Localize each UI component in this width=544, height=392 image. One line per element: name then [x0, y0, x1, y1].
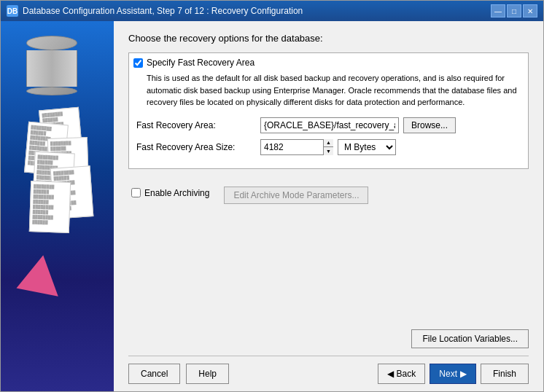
sidebar: ████████████████████████████████████████… [1, 21, 114, 391]
arrow-icon [9, 255, 58, 308]
edit-archive-params-button[interactable]: Edit Archive Mode Parameters... [224, 187, 368, 204]
recovery-section: Specify Fast Recovery Area This is used … [128, 52, 529, 169]
app-icon: DB [7, 5, 18, 17]
next-arrow-icon: ▶ [460, 369, 467, 379]
specify-checkbox-row: Specify Fast Recovery Area [133, 58, 521, 68]
specify-checkbox[interactable] [133, 58, 143, 68]
archiving-section: Enable Archiving Edit Archive Mode Param… [131, 187, 529, 204]
title-bar-left: DB Database Configuration Assistant, Ste… [7, 5, 303, 17]
main-panel: Choose the recovery options for the data… [114, 21, 543, 391]
next-button[interactable]: Next ▶ [430, 364, 476, 384]
cylinder-bottom [26, 87, 77, 95]
cancel-button[interactable]: Cancel [128, 364, 180, 384]
main-window: DB Database Configuration Assistant, Ste… [0, 0, 544, 392]
back-button[interactable]: ◀ Back [378, 364, 426, 384]
archiving-checkbox[interactable] [131, 188, 141, 197]
file-location-row: File Location Variables... [128, 329, 529, 348]
divider [128, 356, 529, 356]
content-area: ████████████████████████████████████████… [1, 21, 543, 391]
maximize-button[interactable]: □ [507, 4, 521, 17]
archiving-checkbox-label: Enable Archiving [144, 188, 209, 198]
db-cylinder [23, 36, 81, 95]
spinner-up-button[interactable]: ▲ [324, 139, 333, 148]
title-bar: DB Database Configuration Assistant, Ste… [1, 1, 543, 21]
next-label: Next [439, 369, 457, 379]
spinner-down-button[interactable]: ▼ [324, 147, 333, 155]
spinner-buttons: ▲ ▼ [323, 139, 333, 155]
window-title: Database Configuration Assistant, Step 7… [23, 6, 303, 16]
sidebar-image: ████████████████████████████████████████… [1, 21, 114, 391]
fast-recovery-area-label: Fast Recovery Area: [136, 120, 260, 130]
action-bar: Cancel Help ◀ Back Next ▶ Finish [128, 364, 529, 384]
browse-button[interactable]: Browse... [403, 117, 456, 133]
fast-recovery-area-input-group: Browse... [260, 117, 521, 133]
title-bar-controls: — □ ✕ [491, 4, 537, 17]
document-6: ████████████████████████████████████████… [29, 181, 71, 233]
finish-button[interactable]: Finish [481, 364, 529, 384]
fast-recovery-area-size-label: Fast Recovery Area Size: [136, 142, 260, 152]
fast-recovery-area-size-input-group: ▲ ▼ M Bytes G Bytes T Bytes [260, 139, 521, 155]
bottom-section: File Location Variables... Cancel Help ◀… [128, 329, 529, 384]
instruction-text: Choose the recovery options for the data… [128, 33, 529, 44]
unit-select[interactable]: M Bytes G Bytes T Bytes [338, 139, 396, 155]
fast-recovery-area-size-row: Fast Recovery Area Size: ▲ ▼ M Bytes G B… [136, 139, 521, 155]
close-button[interactable]: ✕ [523, 4, 537, 17]
fast-recovery-area-row: Fast Recovery Area: Browse... [136, 117, 521, 133]
file-location-variables-button[interactable]: File Location Variables... [411, 329, 529, 348]
specify-checkbox-label: Specify Fast Recovery Area [147, 58, 254, 68]
minimize-button[interactable]: — [491, 4, 505, 17]
action-right: ◀ Back Next ▶ Finish [378, 364, 529, 384]
size-input-wrapper: ▲ ▼ [260, 139, 333, 155]
cylinder-top [26, 36, 77, 50]
action-left: Cancel Help [128, 364, 229, 384]
back-arrow-icon: ◀ [387, 369, 394, 379]
cylinder-body [26, 50, 77, 87]
fast-recovery-area-input[interactable] [260, 117, 399, 133]
help-button[interactable]: Help [186, 364, 229, 384]
back-label: Back [397, 369, 416, 379]
archiving-checkbox-row: Enable Archiving [131, 188, 209, 198]
size-input[interactable] [260, 139, 333, 155]
info-text: This is used as the default for all disk… [147, 72, 521, 109]
